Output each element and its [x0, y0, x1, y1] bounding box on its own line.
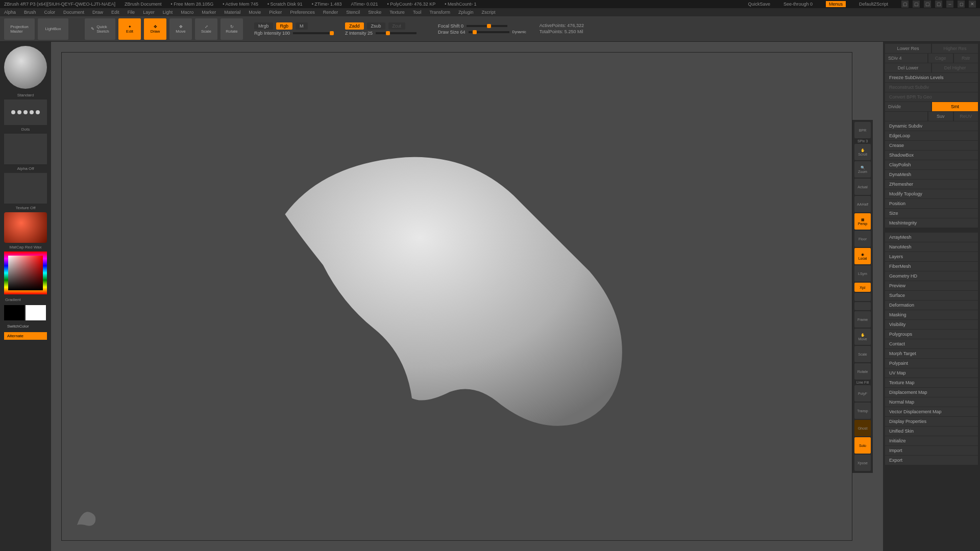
tool-import[interactable]: Import — [885, 446, 978, 455]
minimize-icon[interactable]: – — [946, 1, 953, 8]
menu-material[interactable]: Material — [224, 10, 240, 15]
tool-initialize[interactable]: Initialize — [885, 436, 978, 445]
draw-size-slider[interactable] — [469, 31, 509, 33]
tool-masking[interactable]: Masking — [885, 310, 978, 319]
tool-polygroups[interactable]: Polygroups — [885, 330, 978, 339]
window-icon-3[interactable]: ▢ — [924, 1, 931, 8]
dynamic-label[interactable]: Dynamic — [512, 30, 526, 34]
rgb-intensity-slider[interactable] — [293, 32, 334, 34]
transp-button[interactable]: Transp — [854, 403, 871, 419]
move-nav-button[interactable]: ✋Move — [854, 329, 871, 345]
del-lower-button[interactable]: Del Lower — [885, 63, 931, 72]
maximize-icon[interactable]: ◻ — [958, 1, 965, 8]
menu-edit[interactable]: Edit — [111, 10, 119, 15]
tool-visibility[interactable]: Visibility — [885, 320, 978, 329]
section-size[interactable]: Size — [885, 209, 978, 218]
menu-stencil[interactable]: Stencil — [346, 10, 360, 15]
menu-document[interactable]: Document — [63, 10, 84, 15]
smt-button[interactable]: Smt — [932, 102, 978, 111]
menu-brush[interactable]: Brush — [24, 10, 36, 15]
tool-unified-skin[interactable]: Unified Skin — [885, 427, 978, 436]
del-higher-button[interactable]: Del Higher — [932, 63, 978, 72]
projection-master-button[interactable]: Projection Master — [4, 18, 35, 40]
edit-button[interactable]: ✦Edit — [118, 18, 141, 40]
menu-render[interactable]: Render — [323, 10, 338, 15]
alpha-preview[interactable] — [4, 134, 47, 164]
secondary-color[interactable] — [4, 305, 24, 320]
tool-uv-map[interactable]: UV Map — [885, 368, 978, 378]
menu-macro[interactable]: Macro — [181, 10, 193, 15]
gradient-label[interactable]: Gradient — [4, 296, 47, 303]
menu-picker[interactable]: Picker — [269, 10, 282, 15]
menu-transform[interactable]: Transform — [429, 10, 450, 15]
tool-arraymesh[interactable]: ArrayMesh — [885, 233, 978, 242]
tool-layers[interactable]: Layers — [885, 252, 978, 261]
tool-vector-displacement-map[interactable]: Vector Displacement Map — [885, 407, 978, 416]
floor-button[interactable]: Floor — [854, 231, 871, 247]
menus-toggle[interactable]: Menus — [826, 1, 846, 7]
brush-preview[interactable] — [4, 46, 47, 89]
z-intensity-slider[interactable] — [376, 32, 416, 34]
menu-stroke[interactable]: Stroke — [368, 10, 381, 15]
blank-button-2[interactable] — [854, 302, 871, 310]
menu-draw[interactable]: Draw — [92, 10, 103, 15]
draw-button[interactable]: ✥Draw — [144, 18, 166, 40]
close-icon[interactable]: ✕ — [969, 1, 976, 8]
rotate-nav-button[interactable]: Rotate — [854, 363, 871, 380]
menu-marker[interactable]: Marker — [202, 10, 216, 15]
bpr-button[interactable]: BPR — [854, 122, 871, 138]
menu-preferences[interactable]: Preferences — [290, 10, 315, 15]
focal-shift-slider[interactable] — [467, 25, 507, 27]
scale-nav-button[interactable]: Scale — [854, 346, 871, 362]
section-position[interactable]: Position — [885, 199, 978, 208]
tool-surface[interactable]: Surface — [885, 291, 978, 300]
persp-button[interactable]: ▦Persp — [854, 213, 871, 230]
sdiv-slider[interactable]: SDiv 4 — [885, 54, 927, 63]
texture-preview[interactable] — [4, 173, 47, 204]
menu-alpha[interactable]: Alpha — [4, 10, 16, 15]
suv-button[interactable]: Suv — [928, 112, 953, 121]
tool-display-properties[interactable]: Display Properties — [885, 417, 978, 426]
window-icon-2[interactable]: ▢ — [913, 1, 920, 8]
tool-nanomesh[interactable]: NanoMesh — [885, 242, 978, 252]
alternate-button[interactable]: Alternate — [4, 332, 47, 340]
menu-light[interactable]: Light — [163, 10, 173, 15]
actual-button[interactable]: Actual — [854, 179, 871, 195]
color-picker[interactable] — [4, 252, 47, 294]
zcut-button[interactable]: Zcut — [388, 22, 406, 30]
spix-label[interactable]: SPix 3 — [854, 139, 871, 143]
switchcolor-button[interactable]: SwitchColor — [4, 322, 47, 330]
seethrough-slider[interactable]: See-through 0 — [783, 2, 813, 7]
polyf-button[interactable]: PolyF — [854, 385, 871, 402]
lower-res-button[interactable]: Lower Res — [885, 44, 931, 53]
xpose-button[interactable]: Xpose — [854, 455, 871, 471]
cage-button[interactable]: Cage — [928, 54, 953, 63]
viewport[interactable] — [61, 52, 852, 541]
blank-button-1[interactable] — [854, 293, 871, 301]
scroll-button[interactable]: ✋Scroll — [854, 144, 871, 160]
section-meshintegrity[interactable]: MeshIntegrity — [885, 218, 978, 228]
section-claypolish[interactable]: ClayPolish — [885, 160, 978, 169]
section-dynamesh[interactable]: DynaMesh — [885, 170, 978, 179]
menu-zscript[interactable]: Zscript — [482, 10, 496, 15]
reconstruct-button[interactable]: Reconstruct Subdiv — [885, 83, 978, 92]
tool-fibermesh[interactable]: FiberMesh — [885, 262, 978, 271]
tool-texture-map[interactable]: Texture Map — [885, 378, 978, 387]
tool-contact[interactable]: Contact — [885, 339, 978, 348]
material-preview[interactable] — [4, 212, 47, 243]
lsym-button[interactable]: LSym — [854, 265, 871, 282]
reuv-button[interactable]: ReUV — [954, 112, 978, 121]
mrgb-button[interactable]: Mrgb — [254, 22, 273, 30]
solo-button[interactable]: Solo — [854, 437, 871, 454]
higher-res-button[interactable]: Higher Res — [932, 44, 978, 53]
section-crease[interactable]: Crease — [885, 141, 978, 150]
convert-bpr-button[interactable]: Convert BPR To Geo — [885, 92, 978, 102]
ghost-button[interactable]: Ghost — [854, 420, 871, 436]
tool-export[interactable]: Export — [885, 456, 978, 465]
tool-polypaint[interactable]: Polypaint — [885, 359, 978, 368]
section-dynamic-subdiv[interactable]: Dynamic Subdiv — [885, 121, 978, 131]
section-zremesher[interactable]: ZRemesher — [885, 180, 978, 189]
section-edgeloop[interactable]: EdgeLoop — [885, 131, 978, 140]
zadd-button[interactable]: Zadd — [345, 22, 364, 30]
divide-button[interactable]: Divide — [885, 102, 931, 111]
